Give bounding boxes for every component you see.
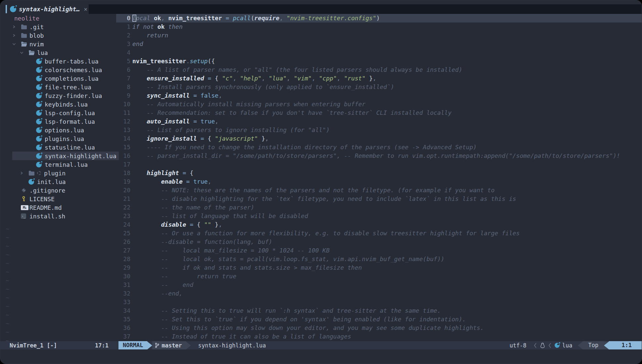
tree-item-license[interactable]: LICENSE (12, 195, 119, 203)
code-line-24[interactable]: 24 disable = { "" }, (116, 220, 642, 229)
tree-item-label: completions.lua (45, 75, 99, 82)
line-number: 4 (116, 48, 130, 57)
line-number: 33 (116, 298, 130, 306)
tree-item-fuzzy-finder-lua[interactable]: fuzzy-finder.lua (12, 91, 119, 100)
code-line-14[interactable]: 14 ignore_install = { "javascript" }, (116, 134, 642, 143)
code-line-2[interactable]: 2 return (116, 31, 642, 40)
code-line-8[interactable]: 8 -- Install parsers synchronously (only… (116, 83, 642, 91)
tree-item-terminal-lua[interactable]: terminal.lua (12, 160, 119, 169)
tree-item-nvim[interactable]: nvim (12, 40, 119, 48)
code-text: -- Or use a function for more flexibilit… (132, 229, 520, 238)
code-line-17[interactable]: 17 (116, 160, 642, 169)
code-line-22[interactable]: 22 -- the name of the parser) (116, 203, 642, 212)
code-line-11[interactable]: 11 -- Recommendation: set to false if yo… (116, 109, 642, 117)
tree-item-colorschemes-lua[interactable]: colorschemes.lua (12, 66, 119, 74)
tree-item--git[interactable]: .git (12, 23, 119, 31)
tree-item-statusline-lua[interactable]: statusline.lua (12, 143, 119, 152)
code-line-27[interactable]: 27 -- local max_filesize = 100 * 1024 --… (116, 246, 642, 255)
code-line-13[interactable]: 13 -- List of parsers to ignore installi… (116, 126, 642, 134)
code-line-6[interactable]: 6 -- A list of parser names, or "all" (t… (116, 66, 642, 74)
line-number: 20 (116, 186, 130, 195)
code-line-33[interactable]: 33 (116, 298, 642, 306)
code-text: -- return true (132, 272, 236, 281)
tree-item-lsp-format-lua[interactable]: lsp-format.lua (12, 117, 119, 126)
empty-buffer-tildes: ~~~~~~~~~~~~~~ (6, 225, 9, 345)
folder-closed-icon (21, 24, 29, 29)
code-line-7[interactable]: 7 ensure_installed = { "c", "help", "lua… (116, 74, 642, 83)
code-line-16[interactable]: 16 -- parser_install_dir = "/some/path/t… (116, 152, 642, 160)
tree-root-label[interactable]: neolite (14, 14, 119, 23)
code-line-34[interactable]: 34 -- Setting this to true will run `:h … (116, 306, 642, 315)
code-text: -- List of parsers to ignore installing … (132, 126, 330, 134)
lua-icon (36, 102, 45, 107)
code-line-5[interactable]: 5nvim_treesitter.setup({ (116, 57, 642, 66)
code-line-32[interactable]: 32 --end, (116, 289, 642, 298)
code-line-28[interactable]: 28 -- local ok, stats = pcall(vim.loop.f… (116, 255, 642, 263)
line-number: 14 (116, 134, 130, 143)
code-line-20[interactable]: 20 -- NOTE: these are the names of the p… (116, 186, 642, 195)
code-line-25[interactable]: 25 -- Or use a function for more flexibi… (116, 229, 642, 238)
code-line-26[interactable]: 26 --disable = function(lang, buf) (116, 238, 642, 246)
linux-penguin-icon (540, 342, 545, 348)
code-line-9[interactable]: 9 sync_install = false, (116, 91, 642, 100)
tree-item-lsp-config-lua[interactable]: lsp-config.lua (12, 109, 119, 117)
code-line-19[interactable]: 19 enable = true, (116, 177, 642, 186)
tree-item-file-tree-lua[interactable]: file-tree.lua (12, 83, 119, 91)
lua-icon (36, 76, 45, 81)
active-tab-indicator (6, 5, 7, 13)
lua-icon (28, 179, 37, 185)
code-text: -- the name of the parser) (132, 203, 254, 212)
tree-item-plugin[interactable]: plugin (12, 169, 119, 177)
tree-item-buffer-tabs-lua[interactable]: buffer-tabs.lua (12, 57, 119, 66)
code-line-23[interactable]: 23 -- list of language that will be disa… (116, 212, 642, 220)
tree-item-keybinds-lua[interactable]: keybinds.lua (12, 100, 119, 109)
code-line-35[interactable]: 35 -- Set this to `true` if you depend o… (116, 315, 642, 324)
code-line-37[interactable]: 37 -- Instead of true it can also be a l… (116, 332, 642, 341)
code-line-29[interactable]: 29 -- if ok and stats and stats.size > m… (116, 263, 642, 272)
tree-item-label: fuzzy-finder.lua (45, 92, 102, 99)
tree-item-plugins-lua[interactable]: plugins.lua (12, 134, 119, 143)
powerline-separator (578, 341, 583, 349)
tree-item-options-lua[interactable]: options.lua (12, 126, 119, 134)
code-line-15[interactable]: 15 ---- If you need to change the instal… (116, 143, 642, 152)
tree-item-syntax-highlight-lua[interactable]: syntax-highlight.lua (12, 152, 119, 160)
tree-item-completions-lua[interactable]: completions.lua (12, 74, 119, 83)
line-number: 31 (116, 281, 130, 289)
code-line-12[interactable]: 12 auto_install = true, (116, 117, 642, 126)
markdown-icon: M↓ (21, 205, 29, 210)
code-line-4[interactable]: 4 (116, 48, 642, 57)
lua-icon (36, 67, 45, 73)
tree-item-init-lua[interactable]: init.lua (12, 177, 119, 186)
tree-item-readme-md[interactable]: M↓README.md (12, 203, 119, 212)
tabline-fill (89, 4, 642, 14)
code-line-0[interactable]: 0local ok, nvim_treesitter = pcall(requi… (116, 14, 642, 23)
chevron-right-icon[interactable] (12, 34, 21, 37)
tree-item--gitignore[interactable]: .gitignore (12, 186, 119, 195)
tab-close-icon[interactable]: × (84, 6, 87, 13)
code-line-21[interactable]: 21 -- disable highlighting for the `tex`… (116, 195, 642, 203)
code-text: -- list of language that will be disable… (132, 212, 308, 220)
code-line-30[interactable]: 30 -- return true (116, 272, 642, 281)
tree-item-blob[interactable]: blob (12, 31, 119, 40)
lua-icon (36, 119, 45, 124)
tree-item-lua[interactable]: lua (12, 48, 119, 57)
code-line-10[interactable]: 10 -- Automatically install missing pars… (116, 100, 642, 109)
tree-item-label: lsp-config.lua (45, 110, 95, 116)
code-text: return (132, 31, 168, 40)
chevron-down-icon[interactable] (20, 51, 28, 54)
code-line-18[interactable]: 18 highlight = { (116, 169, 642, 177)
tree-item-install-sh[interactable]: ›_install.sh (12, 212, 119, 220)
tab-syntax-highlight[interactable]: syntax-highlight… × (6, 4, 89, 14)
chevron-down-icon[interactable] (12, 42, 21, 46)
folder-closed-icon (21, 33, 29, 38)
code-line-3[interactable]: 3end (116, 40, 642, 48)
code-line-1[interactable]: 1if not ok then (116, 23, 642, 31)
code-line-31[interactable]: 31 -- end (116, 281, 642, 289)
line-number: 13 (116, 126, 130, 134)
chevron-right-icon[interactable] (12, 25, 21, 28)
lua-icon (36, 127, 45, 133)
chevron-right-icon[interactable] (20, 171, 28, 175)
git-icon (21, 187, 29, 193)
code-line-36[interactable]: 36 -- Using this option may slow down yo… (116, 324, 642, 332)
powerline-separator (147, 341, 152, 349)
